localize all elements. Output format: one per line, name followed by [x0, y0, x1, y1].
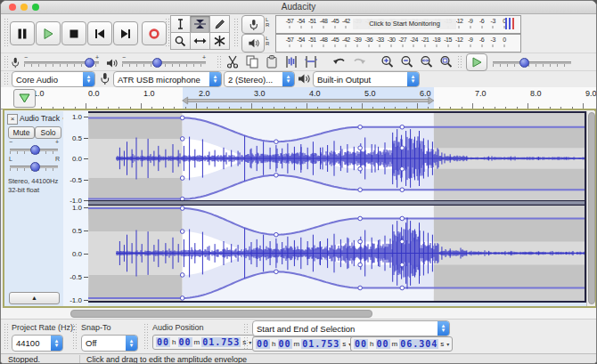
collapse-track-button[interactable]: ▲ — [9, 292, 60, 304]
copy-button[interactable] — [243, 54, 260, 69]
envelope-control-point[interactable] — [358, 188, 363, 192]
play-button[interactable] — [36, 21, 61, 45]
play-speed-slider[interactable] — [493, 61, 571, 67]
stop-button[interactable] — [61, 21, 86, 45]
record-button[interactable] — [142, 21, 167, 45]
undo-button[interactable] — [331, 54, 348, 69]
envelope-control-point[interactable] — [180, 296, 184, 301]
envelope-control-point[interactable] — [400, 188, 405, 192]
mute-button[interactable]: Mute — [8, 126, 35, 139]
envelope-control-point[interactable] — [400, 216, 405, 221]
zoom-tool-button[interactable] — [170, 32, 191, 50]
envelope-control-point[interactable] — [358, 146, 363, 150]
multi-tool-button[interactable] — [209, 32, 230, 50]
redo-button[interactable] — [350, 54, 367, 69]
recording-meter[interactable]: -57-54-51-48-45-42-39-36-33-30-27-24-21-… — [275, 15, 521, 34]
envelope-control-point[interactable] — [400, 125, 405, 129]
envelope-control-point[interactable] — [358, 166, 363, 171]
playback-volume-thumb[interactable] — [152, 58, 162, 68]
zoom-fit-button[interactable] — [438, 54, 454, 69]
solo-button[interactable]: Solo — [35, 126, 61, 139]
audio-position-digits[interactable]: 00 — [156, 337, 170, 347]
track-title-menu[interactable]: Audio Track ▼ — [20, 114, 61, 124]
envelope-control-point[interactable] — [180, 273, 184, 278]
pan-slider[interactable] — [10, 166, 58, 171]
selection-tool-button[interactable] — [170, 15, 191, 33]
skip-to-start-button[interactable] — [87, 21, 112, 45]
track-close-button[interactable]: × — [7, 114, 18, 125]
edit-toolbar-grip[interactable] — [217, 55, 221, 69]
position-grip[interactable] — [143, 323, 148, 350]
recording-volume-thumb[interactable] — [85, 58, 94, 68]
audio-position-dropdown-arrow[interactable]: ▾ — [249, 339, 251, 345]
selection-end-timebox[interactable]: 00h00m06.304s▾ — [350, 336, 453, 352]
timeline-ruler[interactable]: 1.00.01.02.03.04.05.06.07.08.09.0 — [1, 87, 597, 109]
selection-start-digits[interactable]: 00 — [256, 339, 270, 349]
vertical-scrollbar-thumb[interactable] — [588, 112, 595, 304]
timeshift-tool-button[interactable] — [190, 32, 210, 50]
mixer-toolbar-grip[interactable] — [4, 55, 8, 69]
play-at-speed-button[interactable] — [466, 53, 487, 71]
selection-toolbar-grip[interactable] — [4, 323, 8, 350]
play-speed-thumb[interactable] — [519, 58, 529, 68]
trim-audio-button[interactable] — [282, 54, 299, 69]
envelope-control-point[interactable] — [274, 270, 279, 274]
envelope-control-point[interactable] — [180, 137, 184, 142]
audio-host-select[interactable]: Core Audio ▲▼ — [12, 71, 95, 87]
envelope-control-point[interactable] — [400, 239, 405, 244]
snap-grip[interactable] — [72, 323, 77, 350]
pause-button[interactable] — [10, 21, 35, 45]
envelope-control-point[interactable] — [400, 166, 405, 171]
silence-audio-button[interactable] — [302, 54, 319, 69]
envelope-tool-button[interactable] — [190, 15, 210, 33]
timeline-options-button[interactable] — [13, 89, 36, 108]
microphone-meter-button[interactable] — [241, 15, 265, 34]
draw-tool-button[interactable] — [209, 15, 230, 33]
playback-device-select[interactable]: Built-in Output ▲▼ — [313, 71, 420, 87]
speaker-meter-button[interactable] — [241, 34, 265, 53]
envelope-control-point[interactable] — [358, 286, 363, 290]
envelope-control-point[interactable] — [358, 216, 363, 221]
device-toolbar-grip[interactable] — [4, 72, 8, 85]
envelope-control-point[interactable] — [274, 232, 279, 237]
selection-start-timebox[interactable]: 00h00m01.753s▾ — [252, 336, 355, 352]
selection-end-digits[interactable]: 00 — [376, 339, 390, 349]
waveform-canvas[interactable] — [88, 111, 586, 306]
transcription-toolbar-grip[interactable] — [457, 55, 462, 69]
recording-device-select[interactable]: ATR USB microphone ▲▼ — [113, 71, 222, 87]
zoom-in-button[interactable] — [379, 54, 396, 69]
recording-volume-slider[interactable] — [24, 61, 99, 67]
skip-to-end-button[interactable] — [113, 21, 138, 45]
horizontal-scrollbar[interactable] — [1, 308, 597, 319]
envelope-control-point[interactable] — [358, 239, 363, 244]
envelope-control-point[interactable] — [400, 286, 405, 290]
envelope-control-point[interactable] — [274, 174, 279, 178]
selection-end-digits[interactable]: 06.304 — [399, 339, 438, 349]
horizontal-scrollbar-thumb[interactable] — [70, 310, 372, 318]
snap-to-select[interactable]: Off ▲▼ — [81, 335, 138, 352]
project-rate-select[interactable]: 44100 ▲▼ — [12, 335, 63, 352]
envelope-control-point[interactable] — [180, 206, 184, 211]
quickplay-selection-bar[interactable] — [1, 87, 597, 109]
audio-position-timebox[interactable]: 00h00m01.753s▾ — [152, 335, 255, 350]
envelope-control-point[interactable] — [400, 263, 405, 267]
title-bar[interactable]: Audacity — [1, 1, 596, 14]
zoom-out-button[interactable] — [398, 54, 415, 69]
audio-position-digits[interactable]: 00 — [178, 337, 192, 347]
playback-meter[interactable]: -57-54-51-48-45-42-39-36-33-30-27-24-21-… — [275, 34, 521, 53]
envelope-control-point[interactable] — [180, 230, 184, 234]
paste-button[interactable] — [263, 54, 280, 69]
audio-position-digits[interactable]: 01.753 — [201, 337, 241, 347]
meter-toolbar-grip[interactable] — [233, 18, 238, 48]
selection-end-digits[interactable]: 00 — [354, 339, 368, 349]
envelope-control-point[interactable] — [358, 125, 363, 129]
monitoring-label[interactable]: Click to Start Monitoring — [353, 19, 456, 29]
cut-button[interactable] — [224, 54, 241, 69]
selection-start-digits[interactable]: 01.753 — [301, 339, 340, 349]
amplitude-ruler[interactable]: 1.00.50.0-0.5-1.01.00.50.0-0.5-1.0 — [63, 111, 89, 306]
selection-end-dropdown-arrow[interactable]: ▾ — [446, 341, 449, 347]
vertical-scrollbar[interactable] — [586, 111, 595, 306]
recording-channels-select[interactable]: 2 (Stereo)... ▲▼ — [224, 71, 295, 87]
envelope-control-point[interactable] — [180, 176, 184, 181]
transport-toolbar-grip[interactable] — [4, 18, 8, 48]
